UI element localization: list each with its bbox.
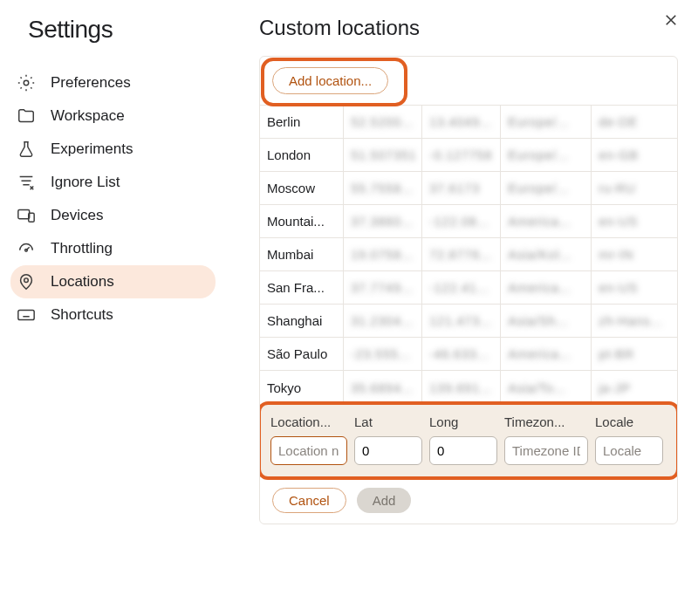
cell-name: London <box>260 139 344 171</box>
locations-panel: Add location... Berlin 52.5200... 13.404… <box>259 56 678 524</box>
cell-lat: -23.555... <box>344 338 422 370</box>
sidebar-header: Settings <box>10 16 216 44</box>
close-button[interactable] <box>660 9 682 35</box>
cell-tz: Europe/... <box>501 172 592 204</box>
cell-name: Berlin <box>260 106 344 138</box>
cell-name: Mountai... <box>260 205 344 237</box>
gauge-icon <box>16 238 37 259</box>
cell-long: 13.4049... <box>422 106 501 138</box>
sidebar-item-label: Throttling <box>51 240 113 257</box>
pin-icon <box>16 271 37 292</box>
add-confirm-button[interactable]: Add <box>357 488 412 513</box>
cell-lat: 31.2304... <box>344 305 422 337</box>
add-location-bar: Add location... <box>260 57 677 106</box>
cell-locale: en-US <box>592 271 678 304</box>
sidebar-item-label: Ignore List <box>51 174 120 191</box>
edit-label-timezone: Timezon... <box>504 414 588 429</box>
sidebar-item-preferences[interactable]: Preferences <box>10 66 216 99</box>
settings-title: Settings <box>28 16 113 44</box>
keyboard-icon <box>16 305 37 325</box>
table-row[interactable]: Mumbai 19.0758... 72.8776... Asia/Kol...… <box>260 238 677 271</box>
cell-tz: Asia/To... <box>501 371 592 404</box>
close-icon <box>663 16 679 31</box>
cell-locale: ja-JP <box>592 371 678 404</box>
main-panel: Custom locations Add location... Berlin … <box>216 16 688 616</box>
devices-icon <box>16 205 37 226</box>
edit-label-long: Long <box>429 414 497 429</box>
cell-lat: 37.7749... <box>344 271 422 304</box>
sidebar-item-shortcuts[interactable]: Shortcuts <box>10 298 216 332</box>
table-row[interactable]: San Fra... 37.7749... -122.41... America… <box>260 271 677 305</box>
cell-lat: 52.5200... <box>344 106 422 138</box>
sidebar-nav: Preferences Workspace Experiments Ignore… <box>10 66 216 332</box>
sidebar-item-label: Experiments <box>51 140 133 158</box>
cell-long: 37.6173 <box>422 172 501 204</box>
cell-locale: ru-RU <box>592 172 678 204</box>
cell-tz: Europe/... <box>501 139 592 171</box>
gear-icon <box>16 72 37 93</box>
svg-point-5 <box>25 249 28 251</box>
sidebar-item-experiments[interactable]: Experiments <box>10 133 216 166</box>
cell-name: San Fra... <box>260 271 344 304</box>
table-row[interactable]: Shanghai 31.2304... 121.473... Asia/Sh..… <box>260 305 677 338</box>
cell-name: Moscow <box>260 172 344 204</box>
flask-icon <box>16 139 37 160</box>
edit-label-locale: Locale <box>595 414 663 429</box>
cell-lat: 19.0758... <box>344 238 422 270</box>
sidebar-item-devices[interactable]: Devices <box>10 199 216 232</box>
cell-locale: pt-BR <box>592 338 678 370</box>
svg-point-6 <box>24 278 29 283</box>
sidebar-item-locations[interactable]: Locations <box>10 265 216 298</box>
cell-name: São Paulo <box>260 338 344 370</box>
location-name-input[interactable] <box>270 436 347 465</box>
cell-long: -46.633... <box>422 338 501 370</box>
edit-label-lat: Lat <box>354 414 422 429</box>
table-row[interactable]: Berlin 52.5200... 13.4049... Europe/... … <box>260 106 677 139</box>
cancel-button[interactable]: Cancel <box>272 488 346 513</box>
table-row[interactable]: Mountai... 37.3860... -122.08... America… <box>260 205 677 238</box>
cell-locale: en-US <box>592 205 678 237</box>
cell-name: Shanghai <box>260 305 344 337</box>
page-title: Custom locations <box>259 16 688 40</box>
sidebar-item-ignore-list[interactable]: Ignore List <box>10 166 216 199</box>
locations-table: Berlin 52.5200... 13.4049... Europe/... … <box>260 106 677 404</box>
cell-tz: Asia/Sh... <box>501 305 592 337</box>
locale-input[interactable] <box>595 436 663 465</box>
cell-name: Mumbai <box>260 238 344 270</box>
cell-tz: America... <box>501 205 592 237</box>
svg-rect-3 <box>18 210 30 219</box>
svg-point-2 <box>24 80 29 86</box>
edit-location-panel: Location... Lat Long Timezon... <box>260 404 677 477</box>
cell-tz: Europe/... <box>501 106 592 138</box>
cell-locale: zh-Hans... <box>592 305 678 337</box>
settings-sidebar: Settings Preferences Workspace Experimen… <box>10 16 216 616</box>
sidebar-item-throttling[interactable]: Throttling <box>10 232 216 265</box>
sidebar-item-label: Devices <box>51 207 103 224</box>
cell-lat: 55.7558... <box>344 172 422 204</box>
table-row[interactable]: London 51.507351 -0.127758 Europe/... en… <box>260 139 677 172</box>
timezone-input[interactable] <box>504 436 588 465</box>
filter-x-icon <box>16 172 37 193</box>
cell-lat: 35.6894... <box>344 371 422 404</box>
cell-tz: America... <box>501 338 592 370</box>
edit-label-name: Location... <box>270 414 347 429</box>
long-input[interactable] <box>429 436 497 465</box>
cell-tz: America... <box>501 271 592 304</box>
sidebar-item-label: Workspace <box>51 107 125 125</box>
cell-long: 139.691... <box>422 371 501 404</box>
cell-long: -122.41... <box>422 271 501 304</box>
sidebar-item-workspace[interactable]: Workspace <box>10 99 216 133</box>
table-row[interactable]: Tokyo 35.6894... 139.691... Asia/To... j… <box>260 371 677 404</box>
cell-tz: Asia/Kol... <box>501 238 592 270</box>
cell-long: 121.473... <box>422 305 501 337</box>
add-location-button[interactable]: Add location... <box>272 67 388 94</box>
sidebar-item-label: Preferences <box>51 74 131 92</box>
lat-input[interactable] <box>354 436 422 465</box>
sidebar-item-label: Locations <box>51 273 114 291</box>
cell-locale: mr-IN <box>592 238 678 270</box>
table-row[interactable]: Moscow 55.7558... 37.6173 Europe/... ru-… <box>260 172 677 205</box>
cell-locale: de-DE <box>592 106 678 138</box>
cell-lat: 37.3860... <box>344 205 422 237</box>
cell-long: 72.8776... <box>422 238 501 270</box>
table-row[interactable]: São Paulo -23.555... -46.633... America.… <box>260 338 677 371</box>
